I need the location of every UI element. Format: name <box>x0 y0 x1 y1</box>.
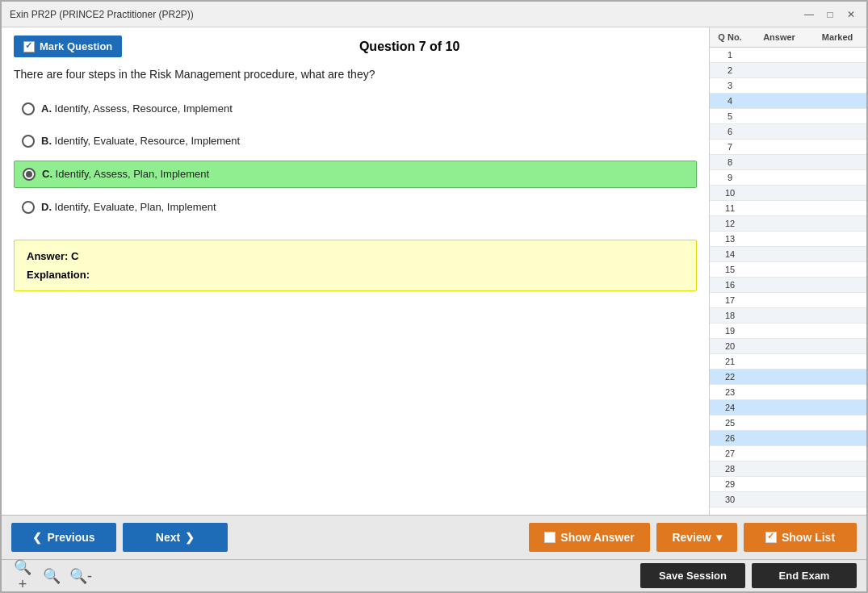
options-list: A. Identify, Assess, Resource, Implement… <box>14 96 697 220</box>
sidebar-row[interactable]: 9 <box>710 170 866 186</box>
sidebar-cell-num: 25 <box>710 418 750 428</box>
window-controls: — □ ✕ <box>802 7 858 22</box>
chevron-right-icon <box>185 531 195 544</box>
sidebar-cell-num: 29 <box>710 479 750 489</box>
sidebar-cell-num: 9 <box>710 173 750 182</box>
next-button[interactable]: Next <box>123 523 228 552</box>
sidebar-row[interactable]: 1 <box>710 48 866 63</box>
sidebar-row[interactable]: 6 <box>710 124 866 140</box>
sidebar-row[interactable]: 28 <box>710 461 866 477</box>
sidebar-row[interactable]: 13 <box>710 232 866 247</box>
sidebar-cell-num: 2 <box>710 65 750 75</box>
sidebar-row[interactable]: 11 <box>710 201 866 216</box>
sidebar-row[interactable]: 4 <box>710 94 866 109</box>
radio-b <box>22 135 35 148</box>
review-button[interactable]: Review <box>656 523 737 552</box>
option-b[interactable]: B. Identify, Evaluate, Resource, Impleme… <box>14 128 697 154</box>
save-session-button[interactable]: Save Session <box>640 563 745 588</box>
sidebar-cell-num: 19 <box>710 326 750 336</box>
option-c[interactable]: C. Identify, Assess, Plan, Implement <box>14 161 697 188</box>
sidebar-row[interactable]: 3 <box>710 78 866 94</box>
sidebar-row[interactable]: 27 <box>710 446 866 461</box>
sidebar-row[interactable]: 24 <box>710 400 866 416</box>
option-d-text: D. Identify, Evaluate, Plan, Implement <box>41 201 216 213</box>
zoom-in-button[interactable]: 🔍+ <box>11 565 34 587</box>
previous-label: Previous <box>47 531 94 544</box>
sidebar-cell-num: 14 <box>710 249 750 259</box>
review-dropdown-icon <box>716 531 722 544</box>
sidebar-cell-num: 27 <box>710 449 750 458</box>
option-d[interactable]: D. Identify, Evaluate, Plan, Implement <box>14 194 697 220</box>
title-bar: Exin PR2P (PRINCE2 Practitioner (PR2P)) … <box>2 2 866 27</box>
sidebar-row[interactable]: 10 <box>710 186 866 201</box>
question-title: Question 7 of 10 <box>122 40 697 54</box>
sidebar-row[interactable]: 29 <box>710 477 866 492</box>
sidebar-row[interactable]: 5 <box>710 109 866 124</box>
zoom-out-button[interactable]: 🔍- <box>69 565 92 587</box>
next-label: Next <box>156 531 180 544</box>
sidebar-row[interactable]: 20 <box>710 339 866 354</box>
sidebar-cell-num: 22 <box>710 372 750 382</box>
show-list-label: Show List <box>782 531 835 544</box>
sidebar-col-marked: Marked <box>808 31 866 44</box>
zoom-reset-button[interactable]: 🔍 <box>40 565 63 587</box>
sidebar-row[interactable]: 12 <box>710 216 866 232</box>
answer-box: Answer: C Explanation: <box>14 240 697 291</box>
main-window: Exin PR2P (PRINCE2 Practitioner (PR2P)) … <box>0 0 868 593</box>
sidebar-cell-num: 6 <box>710 127 750 136</box>
sidebar-row[interactable]: 23 <box>710 385 866 400</box>
sidebar-row[interactable]: 26 <box>710 431 866 446</box>
sidebar-cell-num: 7 <box>710 142 750 152</box>
sidebar-cell-num: 5 <box>710 111 750 121</box>
sidebar-row[interactable]: 22 <box>710 370 866 385</box>
sidebar-cell-num: 3 <box>710 81 750 90</box>
answer-text: Answer: C <box>27 250 684 262</box>
sidebar-cell-num: 4 <box>710 96 750 106</box>
window-title: Exin PR2P (PRINCE2 Practitioner (PR2P)) <box>10 9 194 20</box>
sidebar-cell-num: 30 <box>710 495 750 504</box>
previous-button[interactable]: Previous <box>11 523 116 552</box>
sidebar-cell-num: 11 <box>710 203 750 213</box>
sidebar-cell-num: 17 <box>710 295 750 305</box>
option-b-text: B. Identify, Evaluate, Resource, Impleme… <box>41 135 240 147</box>
mark-question-button[interactable]: Mark Question <box>14 35 122 57</box>
question-text: There are four steps in the Risk Managem… <box>14 67 697 83</box>
sidebar-row[interactable]: 18 <box>710 308 866 324</box>
show-list-checkbox-icon <box>765 532 777 543</box>
show-answer-button[interactable]: Show Answer <box>529 523 650 552</box>
sidebar-row[interactable]: 17 <box>710 293 866 308</box>
mark-question-label: Mark Question <box>40 40 112 52</box>
explanation-label: Explanation: <box>27 269 684 281</box>
sidebar-col-answer: Answer <box>750 31 808 44</box>
show-answer-checkbox-icon <box>544 532 556 543</box>
option-c-text: C. Identify, Assess, Plan, Implement <box>42 168 209 180</box>
sidebar-cell-num: 8 <box>710 157 750 167</box>
close-button[interactable]: ✕ <box>844 7 858 22</box>
bottom-bar: Previous Next Show Answer Review Show Li… <box>2 515 866 559</box>
chevron-left-icon <box>32 531 42 544</box>
sidebar-row[interactable]: 8 <box>710 155 866 170</box>
sidebar-row[interactable]: 7 <box>710 140 866 155</box>
show-list-button[interactable]: Show List <box>744 523 857 552</box>
option-a[interactable]: A. Identify, Assess, Resource, Implement <box>14 96 697 122</box>
end-exam-button[interactable]: End Exam <box>752 563 857 588</box>
sidebar-cell-num: 28 <box>710 464 750 474</box>
sidebar-rows[interactable]: 1 2 3 4 5 6 7 8 <box>710 48 866 515</box>
sidebar-row[interactable]: 2 <box>710 63 866 78</box>
sidebar-row[interactable]: 15 <box>710 262 866 278</box>
sidebar-row[interactable]: 16 <box>710 278 866 293</box>
maximize-button[interactable]: □ <box>823 7 837 22</box>
minimize-button[interactable]: — <box>802 7 816 22</box>
sidebar-row[interactable]: 19 <box>710 324 866 339</box>
sidebar-cell-num: 10 <box>710 188 750 198</box>
sidebar-cell-num: 26 <box>710 433 750 443</box>
radio-d <box>22 201 35 214</box>
sidebar-row[interactable]: 14 <box>710 247 866 262</box>
toolbar: Mark Question Question 7 of 10 <box>14 35 697 57</box>
radio-a <box>22 102 35 115</box>
sidebar-cell-num: 20 <box>710 341 750 351</box>
sidebar-row[interactable]: 30 <box>710 492 866 507</box>
sidebar-row[interactable]: 21 <box>710 354 866 370</box>
sidebar-row[interactable]: 25 <box>710 416 866 431</box>
sidebar-col-q-no: Q No. <box>710 31 750 44</box>
